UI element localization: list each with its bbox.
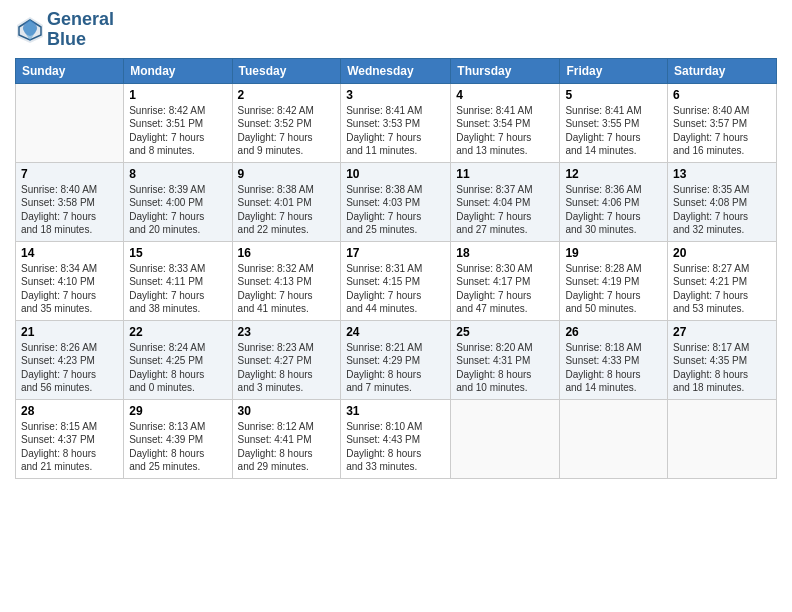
calendar-cell: 21Sunrise: 8:26 AMSunset: 4:23 PMDayligh… (16, 320, 124, 399)
cell-info: Sunrise: 8:37 AMSunset: 4:04 PMDaylight:… (456, 183, 554, 237)
logo-text: General Blue (47, 10, 114, 50)
cell-info: Sunrise: 8:12 AMSunset: 4:41 PMDaylight:… (238, 420, 336, 474)
day-number: 10 (346, 167, 445, 181)
weekday-header-cell: Friday (560, 58, 668, 83)
day-number: 16 (238, 246, 336, 260)
day-number: 6 (673, 88, 771, 102)
cell-info: Sunrise: 8:36 AMSunset: 4:06 PMDaylight:… (565, 183, 662, 237)
cell-info: Sunrise: 8:18 AMSunset: 4:33 PMDaylight:… (565, 341, 662, 395)
calendar-cell: 16Sunrise: 8:32 AMSunset: 4:13 PMDayligh… (232, 241, 341, 320)
day-number: 17 (346, 246, 445, 260)
cell-info: Sunrise: 8:20 AMSunset: 4:31 PMDaylight:… (456, 341, 554, 395)
calendar-week-row: 7Sunrise: 8:40 AMSunset: 3:58 PMDaylight… (16, 162, 777, 241)
calendar-cell: 14Sunrise: 8:34 AMSunset: 4:10 PMDayligh… (16, 241, 124, 320)
day-number: 29 (129, 404, 226, 418)
page: General Blue SundayMondayTuesdayWednesda… (0, 0, 792, 612)
day-number: 21 (21, 325, 118, 339)
weekday-header-cell: Thursday (451, 58, 560, 83)
logo: General Blue (15, 10, 114, 50)
weekday-header-cell: Sunday (16, 58, 124, 83)
calendar-cell: 22Sunrise: 8:24 AMSunset: 4:25 PMDayligh… (124, 320, 232, 399)
cell-info: Sunrise: 8:41 AMSunset: 3:53 PMDaylight:… (346, 104, 445, 158)
day-number: 19 (565, 246, 662, 260)
weekday-header-cell: Wednesday (341, 58, 451, 83)
calendar-cell: 13Sunrise: 8:35 AMSunset: 4:08 PMDayligh… (668, 162, 777, 241)
calendar-cell: 25Sunrise: 8:20 AMSunset: 4:31 PMDayligh… (451, 320, 560, 399)
day-number: 31 (346, 404, 445, 418)
cell-info: Sunrise: 8:32 AMSunset: 4:13 PMDaylight:… (238, 262, 336, 316)
calendar-cell: 11Sunrise: 8:37 AMSunset: 4:04 PMDayligh… (451, 162, 560, 241)
calendar-cell: 12Sunrise: 8:36 AMSunset: 4:06 PMDayligh… (560, 162, 668, 241)
day-number: 25 (456, 325, 554, 339)
weekday-header-cell: Saturday (668, 58, 777, 83)
day-number: 4 (456, 88, 554, 102)
day-number: 9 (238, 167, 336, 181)
cell-info: Sunrise: 8:17 AMSunset: 4:35 PMDaylight:… (673, 341, 771, 395)
calendar-cell: 15Sunrise: 8:33 AMSunset: 4:11 PMDayligh… (124, 241, 232, 320)
cell-info: Sunrise: 8:42 AMSunset: 3:52 PMDaylight:… (238, 104, 336, 158)
day-number: 18 (456, 246, 554, 260)
header: General Blue (15, 10, 777, 50)
cell-info: Sunrise: 8:27 AMSunset: 4:21 PMDaylight:… (673, 262, 771, 316)
cell-info: Sunrise: 8:40 AMSunset: 3:57 PMDaylight:… (673, 104, 771, 158)
day-number: 15 (129, 246, 226, 260)
calendar-week-row: 1Sunrise: 8:42 AMSunset: 3:51 PMDaylight… (16, 83, 777, 162)
calendar-cell: 19Sunrise: 8:28 AMSunset: 4:19 PMDayligh… (560, 241, 668, 320)
calendar-cell: 3Sunrise: 8:41 AMSunset: 3:53 PMDaylight… (341, 83, 451, 162)
calendar-cell: 24Sunrise: 8:21 AMSunset: 4:29 PMDayligh… (341, 320, 451, 399)
day-number: 23 (238, 325, 336, 339)
calendar-cell: 18Sunrise: 8:30 AMSunset: 4:17 PMDayligh… (451, 241, 560, 320)
cell-info: Sunrise: 8:41 AMSunset: 3:54 PMDaylight:… (456, 104, 554, 158)
day-number: 20 (673, 246, 771, 260)
calendar-cell: 30Sunrise: 8:12 AMSunset: 4:41 PMDayligh… (232, 399, 341, 478)
calendar-week-row: 28Sunrise: 8:15 AMSunset: 4:37 PMDayligh… (16, 399, 777, 478)
calendar-cell: 28Sunrise: 8:15 AMSunset: 4:37 PMDayligh… (16, 399, 124, 478)
calendar-cell: 23Sunrise: 8:23 AMSunset: 4:27 PMDayligh… (232, 320, 341, 399)
cell-info: Sunrise: 8:28 AMSunset: 4:19 PMDaylight:… (565, 262, 662, 316)
cell-info: Sunrise: 8:38 AMSunset: 4:03 PMDaylight:… (346, 183, 445, 237)
calendar-cell: 5Sunrise: 8:41 AMSunset: 3:55 PMDaylight… (560, 83, 668, 162)
day-number: 27 (673, 325, 771, 339)
calendar-cell: 29Sunrise: 8:13 AMSunset: 4:39 PMDayligh… (124, 399, 232, 478)
day-number: 11 (456, 167, 554, 181)
cell-info: Sunrise: 8:39 AMSunset: 4:00 PMDaylight:… (129, 183, 226, 237)
day-number: 28 (21, 404, 118, 418)
calendar-cell: 31Sunrise: 8:10 AMSunset: 4:43 PMDayligh… (341, 399, 451, 478)
calendar-cell (451, 399, 560, 478)
calendar-cell: 9Sunrise: 8:38 AMSunset: 4:01 PMDaylight… (232, 162, 341, 241)
calendar-cell: 7Sunrise: 8:40 AMSunset: 3:58 PMDaylight… (16, 162, 124, 241)
calendar-cell: 1Sunrise: 8:42 AMSunset: 3:51 PMDaylight… (124, 83, 232, 162)
cell-info: Sunrise: 8:40 AMSunset: 3:58 PMDaylight:… (21, 183, 118, 237)
cell-info: Sunrise: 8:35 AMSunset: 4:08 PMDaylight:… (673, 183, 771, 237)
calendar-cell: 20Sunrise: 8:27 AMSunset: 4:21 PMDayligh… (668, 241, 777, 320)
calendar-cell: 10Sunrise: 8:38 AMSunset: 4:03 PMDayligh… (341, 162, 451, 241)
day-number: 2 (238, 88, 336, 102)
day-number: 24 (346, 325, 445, 339)
day-number: 1 (129, 88, 226, 102)
cell-info: Sunrise: 8:26 AMSunset: 4:23 PMDaylight:… (21, 341, 118, 395)
cell-info: Sunrise: 8:33 AMSunset: 4:11 PMDaylight:… (129, 262, 226, 316)
weekday-header-cell: Tuesday (232, 58, 341, 83)
calendar-cell: 6Sunrise: 8:40 AMSunset: 3:57 PMDaylight… (668, 83, 777, 162)
cell-info: Sunrise: 8:42 AMSunset: 3:51 PMDaylight:… (129, 104, 226, 158)
day-number: 26 (565, 325, 662, 339)
cell-info: Sunrise: 8:13 AMSunset: 4:39 PMDaylight:… (129, 420, 226, 474)
calendar-cell: 26Sunrise: 8:18 AMSunset: 4:33 PMDayligh… (560, 320, 668, 399)
day-number: 30 (238, 404, 336, 418)
cell-info: Sunrise: 8:31 AMSunset: 4:15 PMDaylight:… (346, 262, 445, 316)
cell-info: Sunrise: 8:34 AMSunset: 4:10 PMDaylight:… (21, 262, 118, 316)
cell-info: Sunrise: 8:23 AMSunset: 4:27 PMDaylight:… (238, 341, 336, 395)
day-number: 8 (129, 167, 226, 181)
cell-info: Sunrise: 8:10 AMSunset: 4:43 PMDaylight:… (346, 420, 445, 474)
weekday-header-row: SundayMondayTuesdayWednesdayThursdayFrid… (16, 58, 777, 83)
calendar-cell (560, 399, 668, 478)
cell-info: Sunrise: 8:38 AMSunset: 4:01 PMDaylight:… (238, 183, 336, 237)
cell-info: Sunrise: 8:24 AMSunset: 4:25 PMDaylight:… (129, 341, 226, 395)
day-number: 7 (21, 167, 118, 181)
calendar-cell: 8Sunrise: 8:39 AMSunset: 4:00 PMDaylight… (124, 162, 232, 241)
day-number: 14 (21, 246, 118, 260)
logo-icon (15, 15, 45, 45)
day-number: 12 (565, 167, 662, 181)
calendar-cell: 4Sunrise: 8:41 AMSunset: 3:54 PMDaylight… (451, 83, 560, 162)
calendar-cell: 27Sunrise: 8:17 AMSunset: 4:35 PMDayligh… (668, 320, 777, 399)
